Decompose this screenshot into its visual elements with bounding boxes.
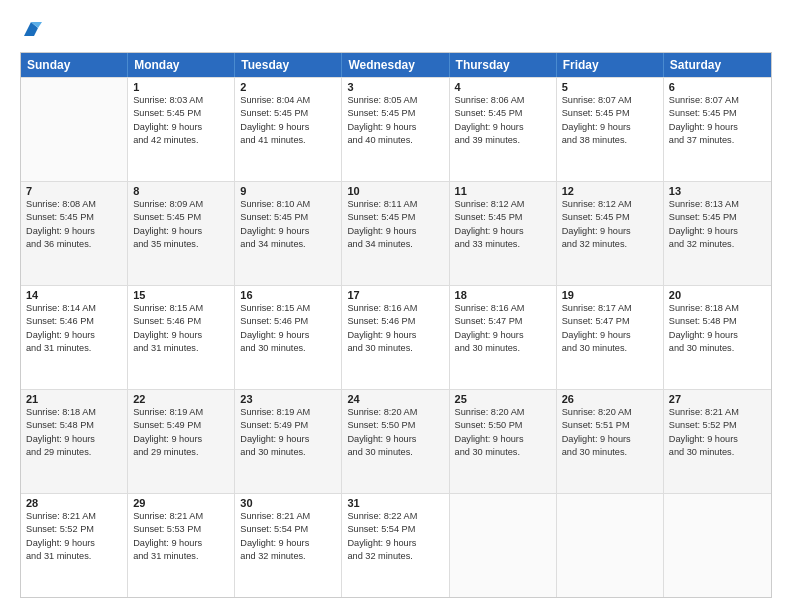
calendar-cell: 15Sunrise: 8:15 AMSunset: 5:46 PMDayligh… bbox=[128, 286, 235, 389]
day-number: 9 bbox=[240, 185, 336, 197]
cell-line: Sunrise: 8:16 AM bbox=[455, 302, 551, 315]
calendar-cell bbox=[21, 78, 128, 181]
cell-line: and 30 minutes. bbox=[669, 342, 766, 355]
weekday-header: Saturday bbox=[664, 53, 771, 77]
cell-line: Sunrise: 8:08 AM bbox=[26, 198, 122, 211]
day-number: 6 bbox=[669, 81, 766, 93]
calendar-cell: 12Sunrise: 8:12 AMSunset: 5:45 PMDayligh… bbox=[557, 182, 664, 285]
cell-line: Sunrise: 8:12 AM bbox=[562, 198, 658, 211]
calendar-cell: 10Sunrise: 8:11 AMSunset: 5:45 PMDayligh… bbox=[342, 182, 449, 285]
cell-line: and 33 minutes. bbox=[455, 238, 551, 251]
cell-line: Sunset: 5:45 PM bbox=[455, 107, 551, 120]
cell-line: Sunrise: 8:14 AM bbox=[26, 302, 122, 315]
cell-line: and 30 minutes. bbox=[669, 446, 766, 459]
calendar-cell: 29Sunrise: 8:21 AMSunset: 5:53 PMDayligh… bbox=[128, 494, 235, 597]
day-number: 8 bbox=[133, 185, 229, 197]
day-number: 14 bbox=[26, 289, 122, 301]
cell-line: and 31 minutes. bbox=[26, 342, 122, 355]
cell-line: Sunset: 5:45 PM bbox=[133, 107, 229, 120]
cell-line: Sunset: 5:47 PM bbox=[562, 315, 658, 328]
day-number: 29 bbox=[133, 497, 229, 509]
calendar-cell: 14Sunrise: 8:14 AMSunset: 5:46 PMDayligh… bbox=[21, 286, 128, 389]
cell-line: Sunset: 5:45 PM bbox=[562, 211, 658, 224]
cell-line: and 30 minutes. bbox=[562, 342, 658, 355]
calendar-cell: 1Sunrise: 8:03 AMSunset: 5:45 PMDaylight… bbox=[128, 78, 235, 181]
cell-line: and 31 minutes. bbox=[133, 342, 229, 355]
weekday-header: Monday bbox=[128, 53, 235, 77]
day-number: 18 bbox=[455, 289, 551, 301]
cell-line: and 38 minutes. bbox=[562, 134, 658, 147]
cell-line: Sunrise: 8:21 AM bbox=[26, 510, 122, 523]
calendar-cell: 9Sunrise: 8:10 AMSunset: 5:45 PMDaylight… bbox=[235, 182, 342, 285]
cell-line: Daylight: 9 hours bbox=[240, 329, 336, 342]
calendar-cell: 8Sunrise: 8:09 AMSunset: 5:45 PMDaylight… bbox=[128, 182, 235, 285]
cell-line: Daylight: 9 hours bbox=[347, 537, 443, 550]
header bbox=[20, 18, 772, 42]
day-number: 2 bbox=[240, 81, 336, 93]
cell-line: Sunrise: 8:12 AM bbox=[455, 198, 551, 211]
day-number: 31 bbox=[347, 497, 443, 509]
day-number: 21 bbox=[26, 393, 122, 405]
calendar-row: 14Sunrise: 8:14 AMSunset: 5:46 PMDayligh… bbox=[21, 285, 771, 389]
day-number: 23 bbox=[240, 393, 336, 405]
cell-line: Sunset: 5:53 PM bbox=[133, 523, 229, 536]
calendar-cell: 20Sunrise: 8:18 AMSunset: 5:48 PMDayligh… bbox=[664, 286, 771, 389]
weekday-header: Thursday bbox=[450, 53, 557, 77]
cell-line: and 32 minutes. bbox=[240, 550, 336, 563]
weekday-header: Sunday bbox=[21, 53, 128, 77]
day-number: 7 bbox=[26, 185, 122, 197]
calendar-header: SundayMondayTuesdayWednesdayThursdayFrid… bbox=[21, 53, 771, 77]
cell-line: Daylight: 9 hours bbox=[133, 433, 229, 446]
calendar-cell: 5Sunrise: 8:07 AMSunset: 5:45 PMDaylight… bbox=[557, 78, 664, 181]
day-number: 19 bbox=[562, 289, 658, 301]
cell-line: Sunrise: 8:11 AM bbox=[347, 198, 443, 211]
cell-line: and 34 minutes. bbox=[347, 238, 443, 251]
cell-line: Daylight: 9 hours bbox=[240, 433, 336, 446]
cell-line: Sunset: 5:45 PM bbox=[455, 211, 551, 224]
cell-line: Daylight: 9 hours bbox=[455, 329, 551, 342]
calendar-row: 28Sunrise: 8:21 AMSunset: 5:52 PMDayligh… bbox=[21, 493, 771, 597]
cell-line: and 40 minutes. bbox=[347, 134, 443, 147]
cell-line: Daylight: 9 hours bbox=[133, 121, 229, 134]
day-number: 5 bbox=[562, 81, 658, 93]
calendar-cell: 30Sunrise: 8:21 AMSunset: 5:54 PMDayligh… bbox=[235, 494, 342, 597]
calendar-cell: 3Sunrise: 8:05 AMSunset: 5:45 PMDaylight… bbox=[342, 78, 449, 181]
cell-line: Sunset: 5:54 PM bbox=[240, 523, 336, 536]
cell-line: Daylight: 9 hours bbox=[133, 329, 229, 342]
cell-line: Daylight: 9 hours bbox=[455, 433, 551, 446]
cell-line: Sunrise: 8:20 AM bbox=[562, 406, 658, 419]
day-number: 28 bbox=[26, 497, 122, 509]
calendar-cell: 21Sunrise: 8:18 AMSunset: 5:48 PMDayligh… bbox=[21, 390, 128, 493]
weekday-header: Tuesday bbox=[235, 53, 342, 77]
cell-line: Sunset: 5:45 PM bbox=[133, 211, 229, 224]
cell-line: Daylight: 9 hours bbox=[347, 121, 443, 134]
cell-line: Sunset: 5:46 PM bbox=[347, 315, 443, 328]
cell-line: Sunset: 5:45 PM bbox=[347, 211, 443, 224]
cell-line: Sunrise: 8:07 AM bbox=[669, 94, 766, 107]
day-number: 13 bbox=[669, 185, 766, 197]
cell-line: Sunset: 5:45 PM bbox=[26, 211, 122, 224]
day-number: 12 bbox=[562, 185, 658, 197]
cell-line: Sunset: 5:48 PM bbox=[26, 419, 122, 432]
cell-line: Sunrise: 8:20 AM bbox=[455, 406, 551, 419]
calendar-cell: 6Sunrise: 8:07 AMSunset: 5:45 PMDaylight… bbox=[664, 78, 771, 181]
cell-line: and 30 minutes. bbox=[562, 446, 658, 459]
cell-line: and 31 minutes. bbox=[133, 550, 229, 563]
day-number: 11 bbox=[455, 185, 551, 197]
cell-line: Sunset: 5:46 PM bbox=[133, 315, 229, 328]
day-number: 30 bbox=[240, 497, 336, 509]
cell-line: and 29 minutes. bbox=[26, 446, 122, 459]
cell-line: and 32 minutes. bbox=[562, 238, 658, 251]
calendar-body: 1Sunrise: 8:03 AMSunset: 5:45 PMDaylight… bbox=[21, 77, 771, 597]
cell-line: Daylight: 9 hours bbox=[347, 329, 443, 342]
cell-line: Sunset: 5:52 PM bbox=[26, 523, 122, 536]
calendar-row: 1Sunrise: 8:03 AMSunset: 5:45 PMDaylight… bbox=[21, 77, 771, 181]
calendar-cell: 19Sunrise: 8:17 AMSunset: 5:47 PMDayligh… bbox=[557, 286, 664, 389]
cell-line: Sunrise: 8:07 AM bbox=[562, 94, 658, 107]
cell-line: Sunrise: 8:21 AM bbox=[240, 510, 336, 523]
cell-line: Sunrise: 8:18 AM bbox=[26, 406, 122, 419]
cell-line: Sunrise: 8:13 AM bbox=[669, 198, 766, 211]
calendar-cell: 18Sunrise: 8:16 AMSunset: 5:47 PMDayligh… bbox=[450, 286, 557, 389]
cell-line: and 31 minutes. bbox=[26, 550, 122, 563]
logo bbox=[20, 18, 46, 42]
